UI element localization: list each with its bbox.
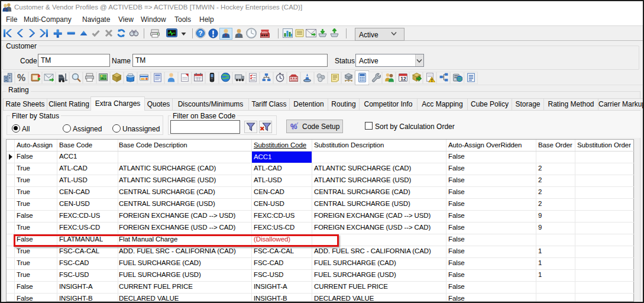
- svg-text:%: %: [17, 73, 25, 82]
- svg-text:%: %: [290, 122, 297, 131]
- svg-text:?: ?: [199, 30, 203, 37]
- svg-text:12: 12: [400, 76, 406, 82]
